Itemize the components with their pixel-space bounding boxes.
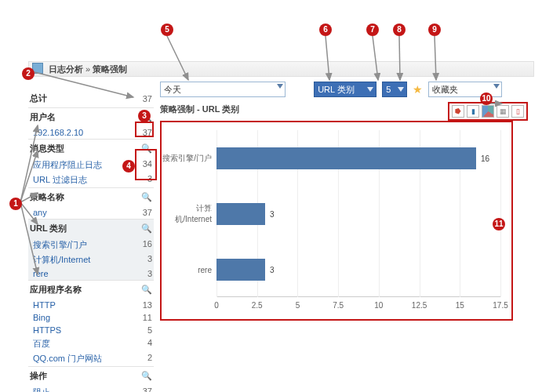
callout-10: 10 (480, 93, 493, 105)
list-item[interactable]: 应用程序阻止日志 34 (28, 158, 154, 172)
chart-bar (216, 259, 265, 281)
line-chart-icon[interactable]: ⭓ (452, 105, 464, 118)
star-icon[interactable]: ★ (413, 83, 423, 96)
x-tick: 17.5 (493, 301, 507, 310)
x-tick: 5 (296, 301, 300, 310)
section-action: 操作 🔍 阻止 37 (28, 367, 154, 392)
chart-panel: 02.557.51012.51517.5搜索引擎/门户16计算机/Interne… (160, 121, 513, 321)
list-item[interactable]: 192.168.2.10 37 (28, 126, 154, 139)
callout-8: 8 (393, 24, 406, 36)
breadcrumb-part1: 日志分析 (49, 64, 83, 74)
callout-11: 11 (493, 218, 505, 230)
list-item[interactable]: Bing11 (28, 311, 154, 324)
callout-1: 1 (9, 198, 22, 210)
date-range-label: 今天 (164, 85, 181, 94)
pdf-icon[interactable]: ▯ (511, 105, 524, 118)
limit-label: 5 (386, 85, 391, 94)
callout-5: 5 (161, 24, 173, 36)
chart-title: 策略强制 - URL 类别 (160, 103, 239, 115)
chevron-down-icon (277, 84, 283, 89)
section-msgtype: 消息类型 🔍 应用程序阻止日志 34 URL 过滤日志 3 (28, 140, 154, 188)
msgtype-header: 消息类型 (30, 143, 64, 154)
x-tick: 0 (214, 301, 219, 310)
toolbar: 今天 URL 类别 5 ★ 收藏夹 (160, 82, 531, 99)
x-tick: 2.5 (252, 301, 263, 310)
bar-chart-icon[interactable]: ▮ (467, 105, 479, 118)
chevron-down-icon (367, 87, 373, 92)
chart-bar (216, 147, 476, 169)
pie-chart-icon[interactable] (482, 105, 494, 118)
callout-6: 6 (319, 24, 332, 36)
section-username: 用户名 🔍 192.168.2.10 37 (28, 108, 154, 140)
x-tick: 12.5 (412, 301, 427, 310)
bar-value: 16 (481, 154, 489, 162)
section-policyname: 策略名称 🔍 any 37 (28, 188, 154, 220)
favorites-label: 收藏夹 (432, 85, 458, 94)
search-icon[interactable]: 🔍 (141, 192, 152, 202)
action-header: 操作 (30, 370, 47, 382)
chart-plot: 02.557.51012.51517.5搜索引擎/门户16计算机/Interne… (216, 130, 500, 297)
section-total: 总计 37 (28, 89, 154, 108)
list-item[interactable]: 计算机/Internet 3 (28, 252, 154, 267)
appname-header: 应用程序名称 (30, 284, 82, 296)
section-appname: 应用程序名称 🔍 HTTP13 Bing11 HTTPS5 百度4 QQ.com… (28, 281, 154, 367)
list-item[interactable]: HTTP13 (28, 299, 154, 311)
list-item[interactable]: 搜索引擎/门户 16 (28, 238, 154, 252)
chevron-down-icon (493, 84, 500, 89)
policyname-header: 策略名称 (30, 191, 64, 203)
chart-bar (216, 203, 265, 225)
x-tick: 15 (456, 301, 464, 310)
list-item[interactable]: 阻止 37 (28, 385, 154, 392)
breadcrumb-part2: 策略强制 (93, 64, 127, 74)
callout-2: 2 (22, 67, 35, 80)
x-tick: 10 (374, 301, 383, 310)
total-count: 37 (143, 94, 152, 103)
bar-value: 3 (270, 209, 275, 218)
group-by-select[interactable]: URL 类别 (314, 82, 376, 97)
date-range-select[interactable]: 今天 (160, 82, 286, 97)
search-icon[interactable]: 🔍 (141, 143, 152, 154)
chevron-down-icon (398, 87, 404, 92)
callout-9: 9 (428, 24, 441, 36)
sidebar: 总计 37 用户名 🔍 192.168.2.10 37 消息类型 🔍 应用程序阻… (28, 89, 154, 392)
total-label: 总计 (30, 93, 47, 104)
list-item[interactable]: URL 过滤日志 3 (28, 172, 154, 187)
bar-value: 3 (270, 265, 275, 274)
search-icon[interactable]: 🔍 (141, 371, 152, 381)
list-item[interactable]: QQ.com 门户网站2 (28, 351, 154, 366)
group-by-label: URL 类别 (318, 85, 355, 94)
list-item[interactable]: HTTPS5 (28, 324, 154, 336)
list-item[interactable]: any 37 (28, 206, 154, 219)
username-header: 用户名 (30, 111, 56, 123)
limit-select[interactable]: 5 (382, 82, 407, 97)
section-urlcategory: URL 类别 🔍 搜索引擎/门户 16 计算机/Internet 3 rere … (28, 220, 154, 281)
search-icon[interactable]: 🔍 (141, 223, 152, 234)
y-tick: 搜索引擎/门户 (162, 153, 212, 164)
x-tick: 7.5 (333, 301, 344, 310)
breadcrumb: 日志分析 » 策略强制 (28, 61, 534, 77)
y-tick: 计算机/Internet (162, 203, 212, 225)
callout-3: 3 (138, 110, 151, 122)
list-item[interactable]: 百度4 (28, 336, 154, 351)
callout-7: 7 (366, 24, 379, 36)
list-item[interactable]: rere 3 (28, 267, 154, 280)
y-tick: rere (162, 265, 212, 274)
urlcategory-header: URL 类别 (30, 223, 67, 234)
grid-icon[interactable]: ▦ (497, 105, 509, 118)
callout-4: 4 (122, 160, 135, 172)
search-icon[interactable]: 🔍 (141, 285, 152, 295)
